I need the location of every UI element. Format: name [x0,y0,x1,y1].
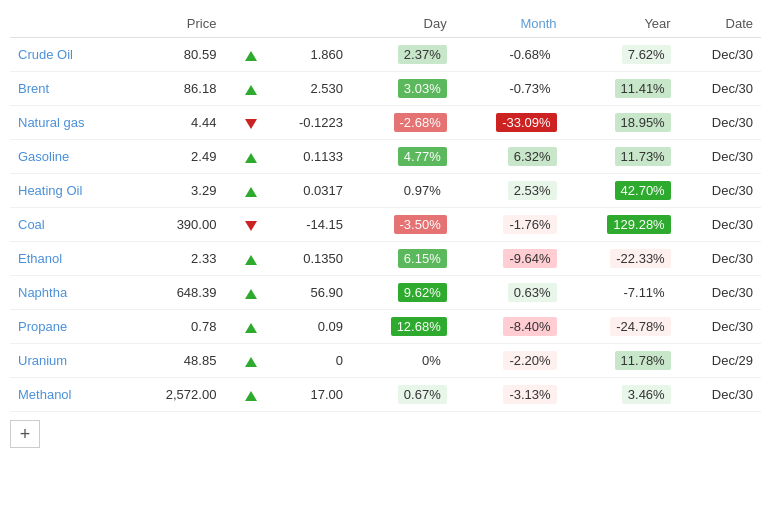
commodity-date: Dec/29 [679,344,761,378]
year-badge: 42.70% [615,181,671,200]
commodity-change-value: -0.1223 [265,106,351,140]
day-badge: -2.68% [394,113,447,132]
year-badge: 129.28% [607,215,670,234]
arrow-up-icon [245,153,257,163]
table-row: Uranium48.8500%-2.20%11.78%Dec/29 [10,344,761,378]
month-badge: -9.64% [503,249,556,268]
table-row: Ethanol2.330.13506.15%-9.64%-22.33%Dec/3… [10,242,761,276]
col-header-year: Year [565,10,679,38]
commodity-change-value: 1.860 [265,38,351,72]
day-badge: 2.37% [398,45,447,64]
table-row: Methanol2,572.0017.000.67%-3.13%3.46%Dec… [10,378,761,412]
commodity-price: 2.49 [129,140,225,174]
commodity-day: 2.37% [351,38,455,72]
commodity-name[interactable]: Natural gas [10,106,129,140]
commodity-day: 6.15% [351,242,455,276]
commodity-name[interactable]: Uranium [10,344,129,378]
commodity-name[interactable]: Coal [10,208,129,242]
commodity-month: -9.64% [455,242,565,276]
add-row-button[interactable]: + [10,420,40,448]
commodity-name[interactable]: Methanol [10,378,129,412]
commodity-month: -0.73% [455,72,565,106]
commodity-date: Dec/30 [679,208,761,242]
arrow-up-icon [245,357,257,367]
month-badge: 6.32% [508,147,557,166]
commodity-name[interactable]: Naphtha [10,276,129,310]
month-badge: -3.13% [503,385,556,404]
month-badge: 2.53% [508,181,557,200]
table-row: Brent86.182.5303.03%-0.73%11.41%Dec/30 [10,72,761,106]
table-row: Gasoline2.490.11334.77%6.32%11.73%Dec/30 [10,140,761,174]
month-badge: -0.68% [503,45,556,64]
commodity-arrow [224,106,264,140]
commodity-year: 7.62% [565,38,679,72]
commodity-day: 0% [351,344,455,378]
commodity-month: -3.13% [455,378,565,412]
year-badge: -7.11% [617,283,670,302]
commodity-arrow [224,378,264,412]
month-badge: -0.73% [503,79,556,98]
col-header-arrow [224,10,264,38]
commodity-month: 0.63% [455,276,565,310]
commodity-price: 2,572.00 [129,378,225,412]
commodity-date: Dec/30 [679,38,761,72]
commodity-change-value: 2.530 [265,72,351,106]
arrow-up-icon [245,323,257,333]
commodity-change-value: 56.90 [265,276,351,310]
commodity-month: 2.53% [455,174,565,208]
commodity-date: Dec/30 [679,242,761,276]
commodity-name[interactable]: Gasoline [10,140,129,174]
month-badge: -33.09% [496,113,556,132]
arrow-down-icon [245,221,257,231]
commodity-year: 11.73% [565,140,679,174]
commodity-year: -24.78% [565,310,679,344]
table-row: Propane0.780.0912.68%-8.40%-24.78%Dec/30 [10,310,761,344]
year-badge: 11.78% [615,351,671,370]
commodity-change-value: -14.15 [265,208,351,242]
day-badge: 0.67% [398,385,447,404]
commodity-arrow [224,310,264,344]
commodity-day: 9.62% [351,276,455,310]
commodity-date: Dec/30 [679,174,761,208]
commodity-day: 3.03% [351,72,455,106]
commodity-change-value: 0.09 [265,310,351,344]
commodity-year: -22.33% [565,242,679,276]
commodity-price: 390.00 [129,208,225,242]
year-badge: 7.62% [622,45,671,64]
commodity-year: 42.70% [565,174,679,208]
commodity-date: Dec/30 [679,378,761,412]
day-badge: 4.77% [398,147,447,166]
commodity-price: 86.18 [129,72,225,106]
month-badge: -8.40% [503,317,556,336]
commodity-month: -33.09% [455,106,565,140]
arrow-up-icon [245,255,257,265]
commodity-date: Dec/30 [679,276,761,310]
commodity-change-value: 0.0317 [265,174,351,208]
commodity-day: 12.68% [351,310,455,344]
commodity-date: Dec/30 [679,310,761,344]
commodity-price: 80.59 [129,38,225,72]
col-header-date: Date [679,10,761,38]
month-badge: 0.63% [508,283,557,302]
day-badge: 6.15% [398,249,447,268]
commodity-name[interactable]: Crude Oil [10,38,129,72]
commodity-month: 6.32% [455,140,565,174]
arrow-down-icon [245,119,257,129]
commodity-day: 0.67% [351,378,455,412]
year-badge: 18.95% [615,113,671,132]
commodity-name[interactable]: Ethanol [10,242,129,276]
day-badge: 9.62% [398,283,447,302]
commodity-price: 0.78 [129,310,225,344]
table-row: Natural gas4.44-0.1223-2.68%-33.09%18.95… [10,106,761,140]
month-badge: -2.20% [503,351,556,370]
col-header-price: Price [129,10,225,38]
commodity-name[interactable]: Heating Oil [10,174,129,208]
arrow-up-icon [245,289,257,299]
commodity-price: 648.39 [129,276,225,310]
commodity-name[interactable]: Brent [10,72,129,106]
commodity-change-value: 0.1350 [265,242,351,276]
col-header-month: Month [455,10,565,38]
commodity-date: Dec/30 [679,140,761,174]
commodity-name[interactable]: Propane [10,310,129,344]
commodity-change-value: 0 [265,344,351,378]
